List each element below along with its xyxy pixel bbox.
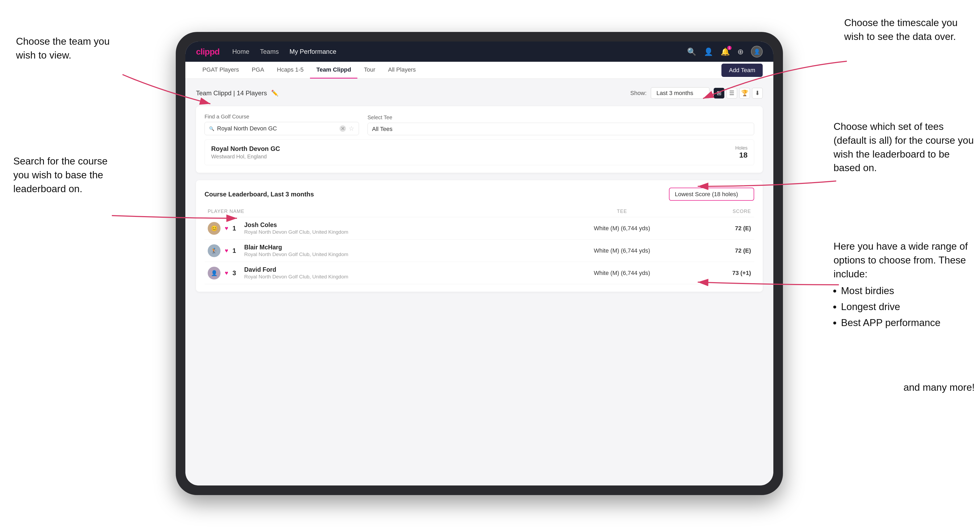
tab-pgat-players[interactable]: PGAT Players: [196, 62, 245, 78]
annotation-options: Here you have a wide range of options to…: [834, 240, 975, 332]
tab-all-players[interactable]: All Players: [382, 62, 422, 78]
tee-cell-0: White (M) (6,744 yds): [549, 217, 695, 240]
player-avatar-0: 😊: [208, 222, 221, 235]
tee-cell-1: White (M) (6,744 yds): [549, 240, 695, 262]
nav-link-home[interactable]: Home: [232, 48, 249, 56]
annotation-timescale: Choose the timescale you wish to see the…: [844, 16, 972, 44]
course-result-name: Royal North Devon GC: [211, 145, 280, 152]
player-club-2: Royal North Devon Golf Club, United King…: [244, 274, 348, 280]
trophy-button[interactable]: 🏆: [739, 88, 750, 98]
player-info-2: David Ford Royal North Devon Golf Club, …: [244, 266, 348, 280]
add-team-button[interactable]: Add Team: [721, 63, 763, 77]
avatar[interactable]: 👤: [751, 46, 763, 57]
course-result-location: Westward Hol, England: [211, 154, 280, 160]
score-cell-0: 72 (E): [695, 217, 754, 240]
nav-link-my-performance[interactable]: My Performance: [290, 48, 336, 56]
tab-pga[interactable]: PGA: [245, 62, 270, 78]
annotation-tees: Choose which set of tees (default is all…: [834, 120, 975, 175]
team-title: Team Clippd | 14 Players ✏️: [196, 89, 278, 97]
tee-cell-2: White (M) (6,744 yds): [549, 262, 695, 284]
player-rank-2: 3: [232, 269, 240, 277]
settings-button[interactable]: ⊕: [737, 48, 743, 56]
player-club-0: Royal North Devon Golf Club, United King…: [244, 229, 348, 235]
team-title-text: Team Clippd | 14 Players: [196, 89, 267, 97]
leaderboard-panel: Course Leaderboard, Last 3 months Lowest…: [196, 180, 763, 292]
col-score: SCORE: [695, 206, 754, 217]
download-button[interactable]: ⬇: [752, 88, 763, 98]
col-player: PLAYER NAME: [205, 206, 549, 217]
player-info-0: Josh Coles Royal North Devon Golf Club, …: [244, 221, 348, 235]
score-type-dropdown[interactable]: Lowest Score (18 holes) Most Birdies Lon…: [669, 187, 754, 201]
player-name-0: Josh Coles: [244, 221, 348, 229]
holes-box: Holes 18: [735, 145, 748, 159]
tab-team-clippd[interactable]: Team Clippd: [310, 62, 357, 78]
table-row: 👤 ♥ 3 David Ford Royal North Devon Golf …: [205, 262, 754, 284]
course-finder-panel: Find a Golf Course 🔍 ✕ ☆ Select Tee All …: [196, 106, 763, 173]
favorite-icon[interactable]: ☆: [348, 125, 355, 132]
tee-select[interactable]: All Tees White (M) Yellow (M) Red (L): [368, 123, 754, 135]
find-course-label: Find a Golf Course: [205, 114, 359, 120]
player-heart-2[interactable]: ♥: [225, 270, 228, 276]
table-header-row: PLAYER NAME TEE SCORE: [205, 206, 754, 217]
annotation-team: Choose the team you wish to view.: [16, 35, 128, 62]
team-header: Team Clippd | 14 Players ✏️ Show: Last 3…: [196, 87, 763, 99]
notifications-button[interactable]: 🔔 1: [721, 48, 730, 56]
player-heart-0[interactable]: ♥: [225, 225, 228, 232]
search-icon: 🔍: [209, 126, 215, 131]
users-button[interactable]: 👤: [704, 48, 713, 56]
search-field: 🔍 ✕ ☆: [205, 122, 359, 135]
score-cell-1: 72 (E): [695, 240, 754, 262]
player-rank-1: 1: [232, 247, 240, 254]
col-tee: TEE: [549, 206, 695, 217]
select-tee-group: Select Tee All Tees White (M) Yellow (M)…: [368, 114, 754, 135]
holes-number: 18: [735, 151, 748, 159]
player-name-1: Blair McHarg: [244, 244, 348, 251]
player-info-1: Blair McHarg Royal North Devon Golf Club…: [244, 244, 348, 257]
find-course-group: Find a Golf Course 🔍 ✕ ☆: [205, 114, 359, 135]
player-club-1: Royal North Devon Golf Club, United King…: [244, 252, 348, 257]
notification-badge: 1: [727, 46, 732, 50]
sub-nav: PGAT Players PGA Hcaps 1-5 Team Clippd T…: [185, 62, 773, 79]
player-cell-1: 🏌️ ♥ 1 Blair McHarg Royal North Devon Go…: [205, 240, 549, 262]
nav-link-teams[interactable]: Teams: [260, 48, 279, 56]
player-rank-0: 1: [232, 225, 240, 232]
player-avatar-1: 🏌️: [208, 244, 221, 257]
course-result: Royal North Devon GC Westward Hol, Engla…: [205, 140, 754, 165]
tablet-screen: clippd Home Teams My Performance 🔍 👤 🔔 1…: [185, 41, 773, 486]
nav-links: Home Teams My Performance: [232, 48, 674, 56]
nav-icons: 🔍 👤 🔔 1 ⊕ 👤: [687, 46, 763, 57]
app-navbar: clippd Home Teams My Performance 🔍 👤 🔔 1…: [185, 41, 773, 62]
search-clear-button[interactable]: ✕: [339, 125, 346, 132]
tab-tour[interactable]: Tour: [357, 62, 382, 78]
player-cell-0: 😊 ♥ 1 Josh Coles Royal North Devon Golf …: [205, 217, 549, 240]
table-row: 🏌️ ♥ 1 Blair McHarg Royal North Devon Go…: [205, 240, 754, 262]
player-heart-1[interactable]: ♥: [225, 247, 228, 254]
score-cell-2: 73 (+1): [695, 262, 754, 284]
search-button[interactable]: 🔍: [687, 48, 696, 56]
leaderboard-table: PLAYER NAME TEE SCORE 😊 ♥ 1 Josh Coles R…: [205, 206, 754, 284]
show-label: Show:: [630, 90, 647, 97]
leaderboard-header: Course Leaderboard, Last 3 months Lowest…: [205, 187, 754, 201]
course-result-info: Royal North Devon GC Westward Hol, Engla…: [211, 145, 280, 160]
annotation-more: and many more!: [904, 381, 975, 394]
holes-label: Holes: [735, 145, 748, 151]
list-view-button[interactable]: ☰: [727, 88, 737, 98]
sub-nav-tabs: PGAT Players PGA Hcaps 1-5 Team Clippd T…: [196, 62, 422, 78]
view-icons: ⊞ ☰ 🏆 ⬇: [714, 88, 763, 98]
show-dropdown[interactable]: Last 3 months Last 6 months Last 12 mont…: [651, 87, 710, 99]
table-row: 😊 ♥ 1 Josh Coles Royal North Devon Golf …: [205, 217, 754, 240]
edit-icon[interactable]: ✏️: [271, 90, 278, 97]
select-tee-label: Select Tee: [368, 114, 754, 121]
player-name-2: David Ford: [244, 266, 348, 273]
tab-hcaps[interactable]: Hcaps 1-5: [270, 62, 310, 78]
main-content: Team Clippd | 14 Players ✏️ Show: Last 3…: [185, 79, 773, 308]
panel-row: Find a Golf Course 🔍 ✕ ☆ Select Tee All …: [205, 114, 754, 135]
annotation-course: Search for the course you wish to base t…: [13, 154, 125, 195]
course-search-input[interactable]: [217, 125, 337, 132]
tablet-frame: clippd Home Teams My Performance 🔍 👤 🔔 1…: [176, 32, 783, 495]
player-cell-2: 👤 ♥ 3 David Ford Royal North Devon Golf …: [205, 262, 549, 284]
show-controls: Show: Last 3 months Last 6 months Last 1…: [630, 87, 763, 99]
player-avatar-2: 👤: [208, 267, 221, 279]
grid-view-button[interactable]: ⊞: [714, 88, 724, 98]
leaderboard-title: Course Leaderboard, Last 3 months: [205, 190, 314, 198]
